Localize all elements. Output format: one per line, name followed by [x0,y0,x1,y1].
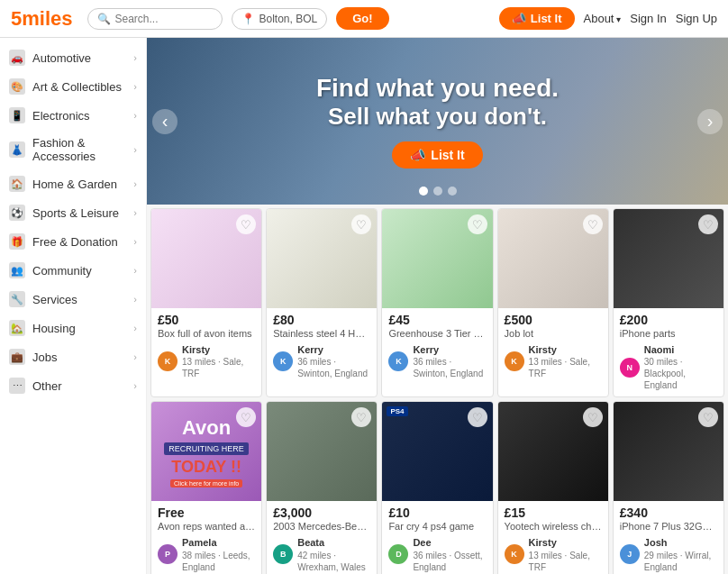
hero-dot-3[interactable] [448,187,457,196]
sidebar-item-fashion[interactable]: 👗 Fashion & Accessories › [0,130,146,169]
sign-up-link[interactable]: Sign Up [676,12,717,25]
chevron-icon-fashion: › [133,144,137,155]
hero-prev-button[interactable]: ‹ [152,109,177,134]
product-card[interactable]: ♡ £80 Stainless steel 4 Hob Gas ... K Ke… [266,208,378,397]
sidebar-item-sports[interactable]: ⚽ Sports & Leisure › [0,198,146,227]
sidebar-icon-housing: 🏡 [9,320,25,336]
seller-name: Beata [297,536,370,549]
product-info: £80 Stainless steel 4 Hob Gas ... K Kerr… [267,308,377,385]
hero-dot-1[interactable] [419,187,428,196]
sidebar-icon-other: ⋯ [9,378,25,394]
sidebar-label-electronics: Electronics [32,109,126,123]
product-title: Box full of avon items [158,328,255,339]
seller-name: Kirsty [529,536,602,549]
chevron-icon-community: › [133,265,137,276]
search-icon: 🔍 [97,13,111,25]
sidebar-label-other: Other [32,379,126,393]
about-link[interactable]: About [584,12,622,25]
product-card[interactable]: ♡ £200 iPhone parts N Naomi 30 miles · B… [613,208,724,397]
sidebar-item-electronics[interactable]: 📱 Electronics › [0,101,146,130]
megaphone-icon: 📣 [512,12,526,25]
search-input[interactable] [115,13,214,25]
go-button[interactable]: Go! [336,7,388,30]
hero-list-it-button[interactable]: 📣 List It [392,141,482,169]
product-title: Stainless steel 4 Hob Gas ... [273,328,370,339]
seller-location: 38 miles · Leeds, England [182,550,255,573]
seller-info: Josh 29 miles · Wirral, England [644,536,717,572]
seller-avatar: B [273,544,293,564]
sidebar-item-free[interactable]: 🎁 Free & Donation › [0,227,146,256]
heart-button[interactable]: ♡ [583,407,603,427]
product-card[interactable]: ♡ £45 Greenhouse 3 Tier multi ... K Kerr… [381,208,493,397]
heart-button[interactable]: ♡ [468,214,487,234]
sign-in-link[interactable]: Sign In [630,12,666,25]
hero-megaphone-icon: 📣 [410,148,425,162]
product-price: Free [158,506,255,520]
content-area: ‹ Find what you need. Sell what you don'… [147,38,728,574]
list-it-header-button[interactable]: 📣 List It [499,7,575,30]
product-image-container: ♡ [614,209,723,308]
seller-location: 30 miles · Blackpool, England [644,356,717,391]
product-price: £50 [158,313,255,327]
product-card[interactable]: Avon RECRUITING HERE TODAY !! Click here… [150,401,262,574]
product-card[interactable]: ♡ £15 Yootech wireless charger K Kirsty … [497,401,609,574]
sidebar-item-art[interactable]: 🎨 Art & Collectibles › [0,72,146,101]
seller-avatar: P [158,544,177,564]
product-title: Avon reps wanted allover... [158,521,255,532]
heart-button[interactable]: ♡ [468,407,487,427]
seller-info: Kirsty 13 miles · Sale, TRF [529,536,602,572]
product-price: £80 [273,313,370,327]
product-seller: K Kirsty 13 miles · Sale, TRF [158,343,255,379]
seller-avatar: N [620,358,640,378]
seller-name: Dee [413,536,486,549]
chevron-icon-services: › [133,294,137,305]
sidebar-item-housing[interactable]: 🏡 Housing › [0,314,146,342]
product-card[interactable]: ♡ £340 iPhone 7 Plus 32GB UNL... J Josh … [613,401,724,574]
sidebar-icon-jobs: 💼 [9,349,25,365]
seller-location: 36 miles · Swinton, England [297,356,370,379]
product-info: £3,000 2003 Mercedes-Benz C-Cl... B Beat… [267,501,377,574]
hero-dot-2[interactable] [433,187,442,196]
product-card[interactable]: ♡ £3,000 2003 Mercedes-Benz C-Cl... B Be… [266,401,378,574]
sidebar-icon-free: 🎁 [9,233,25,250]
seller-info: Kerry 36 miles · Swinton, England [297,343,370,379]
seller-name: Kirsty [182,343,255,356]
sidebar-item-jobs[interactable]: 💼 Jobs › [0,342,146,371]
product-image-container: Avon RECRUITING HERE TODAY !! Click here… [151,402,261,501]
product-card[interactable]: ♡ £50 Box full of avon items K Kirsty 13… [150,208,262,397]
location-bar[interactable]: 📍 Bolton, BOL [232,8,328,30]
product-info: Free Avon reps wanted allover... P Pamel… [151,501,261,574]
seller-location: 29 miles · Wirral, England [644,550,717,573]
product-title: Greenhouse 3 Tier multi ... [388,328,486,339]
sidebar-item-other[interactable]: ⋯ Other › [0,371,146,400]
sidebar-label-services: Services [32,293,126,306]
product-price: £200 [620,313,717,327]
sidebar-item-services[interactable]: 🔧 Services › [0,285,146,314]
chevron-icon-automotive: › [133,52,137,63]
sidebar-label-free: Free & Donation [32,235,126,249]
seller-location: 42 miles · Wrexham, Wales [297,550,370,573]
chevron-icon-jobs: › [133,351,137,362]
seller-info: Naomi 30 miles · Blackpool, England [644,343,717,391]
header-right: 📣 List It About Sign In Sign Up [499,7,717,30]
sidebar-item-automotive[interactable]: 🚗 Automotive › [0,43,146,72]
heart-button[interactable]: ♡ [698,214,718,234]
product-card[interactable]: PS4 ♡ £10 Far cry 4 ps4 game D Dee 36 mi… [381,401,493,574]
product-info: £200 iPhone parts N Naomi 30 miles · Bla… [614,308,723,396]
product-seller: K Kirsty 13 miles · Sale, TRF [505,343,602,379]
seller-info: Dee 36 miles · Ossett, England [413,536,486,572]
hero-next-button[interactable]: › [697,109,723,134]
sidebar-item-home[interactable]: 🏠 Home & Garden › [0,169,146,198]
seller-avatar: K [158,351,177,371]
seller-location: 13 miles · Sale, TRF [529,550,602,573]
product-seller: K Kerry 36 miles · Swinton, England [273,343,370,379]
product-info: £500 Job lot K Kirsty 13 miles · Sale, T… [498,308,608,385]
location-icon: 📍 [241,13,255,25]
logo[interactable]: 5miles [11,7,73,31]
sidebar-item-community[interactable]: 👥 Community › [0,256,146,285]
product-image-container: ♡ [267,402,377,501]
heart-button[interactable]: ♡ [583,214,603,234]
sidebar-label-home: Home & Garden [32,178,126,191]
product-card[interactable]: ♡ £500 Job lot K Kirsty 13 miles · Sale,… [497,208,609,397]
seller-location: 36 miles · Swinton, England [413,356,486,379]
